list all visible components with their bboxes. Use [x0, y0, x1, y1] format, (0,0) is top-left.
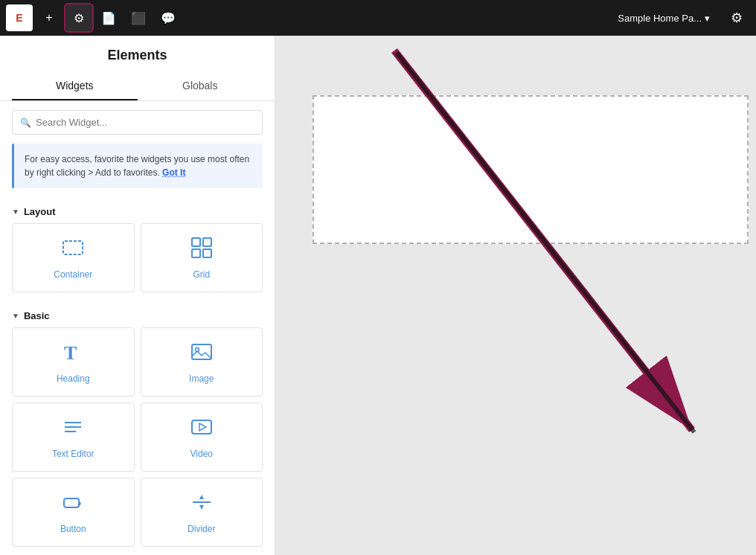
search-input[interactable]: [36, 117, 254, 128]
divider-icon: [190, 490, 214, 518]
button-label: Button: [60, 524, 86, 534]
widget-button[interactable]: Button: [12, 478, 135, 547]
sidebar-tabs: Widgets Globals: [12, 72, 263, 100]
basic-arrow-icon: ▼: [12, 312, 19, 320]
container-icon: [61, 236, 85, 263]
image-label: Image: [189, 373, 214, 384]
container-label: Container: [54, 269, 92, 280]
svg-rect-13: [64, 498, 79, 507]
widget-heading[interactable]: T Heading: [12, 327, 135, 397]
svg-marker-15: [199, 495, 204, 499]
comments-button[interactable]: 💬: [155, 4, 182, 31]
elementor-logo[interactable]: E: [6, 4, 33, 31]
svg-rect-3: [192, 249, 200, 257]
canvas-frame: [313, 95, 749, 244]
search-icon: 🔍: [20, 118, 31, 128]
widget-video[interactable]: Video: [141, 402, 263, 472]
svg-rect-0: [63, 241, 83, 254]
page-title-text: Sample Home Pa...: [618, 13, 702, 24]
svg-rect-4: [203, 249, 211, 257]
text-editor-icon: [61, 415, 85, 443]
widget-text-editor[interactable]: Text Editor: [12, 402, 135, 472]
svg-text:T: T: [64, 342, 77, 364]
svg-marker-12: [199, 423, 206, 431]
grid-icon: [190, 236, 214, 263]
sidebar-content: 🔍 For easy access, favorite the widgets …: [0, 101, 275, 555]
file-icon: 📄: [101, 11, 116, 25]
svg-rect-11: [192, 420, 211, 434]
page-title-button[interactable]: Sample Home Pa... ▾: [610, 8, 717, 28]
svg-marker-16: [199, 505, 204, 510]
toolbar: E + ⚙ 📄 ⬛ 💬 Sample Home Pa... ▾ ⚙: [0, 0, 756, 36]
gear-icon: ⚙: [731, 10, 743, 26]
sliders-icon: ⚙: [74, 11, 84, 25]
got-it-link[interactable]: Got It: [162, 167, 185, 178]
layout-arrow-icon: ▼: [12, 208, 19, 216]
svg-rect-2: [203, 238, 211, 246]
tab-widgets[interactable]: Widgets: [12, 72, 138, 100]
main-layout: Elements Widgets Globals 🔍 For easy acce…: [0, 36, 756, 555]
basic-widget-grid: T Heading Image: [6, 327, 269, 555]
templates-button[interactable]: 📄: [95, 4, 122, 31]
svg-rect-6: [192, 344, 211, 359]
search-box: 🔍: [12, 110, 263, 135]
add-element-button[interactable]: +: [36, 4, 63, 31]
grid-label: Grid: [193, 269, 210, 280]
video-icon: [190, 415, 214, 443]
layout-section-label: Layout: [24, 206, 56, 217]
sidebar-title: Elements: [12, 48, 263, 63]
settings-button[interactable]: ⚙: [723, 4, 750, 31]
section-basic-header[interactable]: ▼ Basic: [6, 304, 269, 327]
info-banner: For easy access, favorite the widgets yo…: [12, 144, 263, 188]
elements-panel-button[interactable]: ⚙: [65, 4, 92, 31]
layers-button[interactable]: ⬛: [125, 4, 152, 31]
chat-icon: 💬: [161, 11, 176, 25]
widget-grid-item[interactable]: Grid: [141, 223, 263, 292]
widget-divider[interactable]: Divider: [141, 478, 263, 547]
layout-widget-grid: Container Grid: [6, 223, 269, 304]
text-editor-label: Text Editor: [52, 449, 94, 459]
toolbar-right: Sample Home Pa... ▾ ⚙: [610, 4, 750, 31]
divider-label: Divider: [188, 524, 215, 534]
layers-icon: ⬛: [131, 11, 146, 25]
canvas-area: [275, 36, 756, 555]
info-text: For easy access, favorite the widgets yo…: [25, 154, 249, 178]
widget-container[interactable]: Container: [12, 223, 135, 292]
image-icon: [190, 340, 214, 368]
section-layout-header[interactable]: ▼ Layout: [6, 200, 269, 223]
basic-section-label: Basic: [24, 310, 50, 321]
svg-rect-1: [192, 238, 200, 246]
video-label: Video: [190, 449, 213, 459]
heading-icon: T: [61, 340, 85, 368]
tab-globals[interactable]: Globals: [138, 72, 263, 100]
heading-label: Heading: [57, 373, 90, 384]
button-icon: [61, 490, 85, 518]
sidebar-header: Elements Widgets Globals: [0, 36, 275, 101]
chevron-down-icon: ▾: [705, 13, 710, 24]
widget-image[interactable]: Image: [141, 327, 263, 397]
sidebar: Elements Widgets Globals 🔍 For easy acce…: [0, 36, 275, 555]
plus-icon: +: [45, 11, 52, 25]
